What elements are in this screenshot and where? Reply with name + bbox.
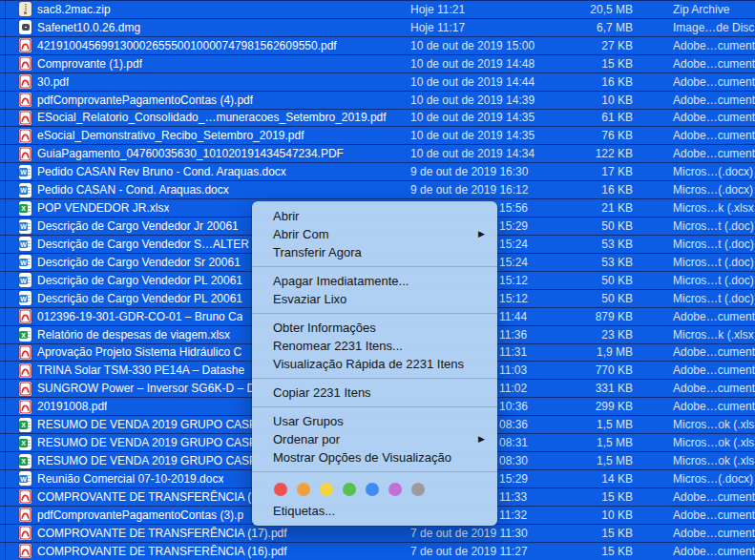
menu-item-label: Renomear 2231 Itens... [273, 339, 403, 353]
app-badge-icon: W [19, 168, 28, 176]
file-date: Hoje 11:17 [410, 21, 541, 34]
file-date: 10 de out de 2019 14:35 [410, 111, 541, 124]
file-name-cell: 4219100456991300026555001000074798156260… [0, 38, 410, 52]
file-name: 012396-19-301-GDR-CO-01 – Bruno Ca [37, 310, 242, 323]
menu-item-apagar-imediatamente[interactable]: Apagar Imediatamente... [252, 272, 497, 290]
menu-item-usar-grupos[interactable]: Usar Grupos [252, 412, 497, 430]
file-name: GuiaPagamento_04760035630_10102019143454… [37, 147, 344, 160]
file-name: Pedido CASAN Rev Bruno - Cond. Araquas.d… [37, 165, 286, 178]
tag-blue-dot[interactable] [366, 483, 379, 496]
file-size: 20,5 MB [541, 3, 633, 16]
pdf-file-icon [19, 382, 31, 396]
tag-color-row [252, 477, 497, 502]
menu-item-abrir[interactable]: Abrir [252, 207, 497, 225]
file-size: 6,7 MB [541, 21, 633, 34]
app-badge-icon: X [19, 457, 28, 466]
file-size: 1,5 MB [541, 418, 633, 431]
menu-item-visualiza-o-r-pida-de-2231-itens[interactable]: Visualização Rápida de 2231 Itens [252, 355, 497, 373]
app-badge-icon: W [19, 240, 28, 249]
tag-orange-dot[interactable] [297, 483, 310, 496]
file-kind: Zip Archive [633, 3, 755, 16]
file-size: 16 KB [541, 183, 633, 197]
table-row[interactable]: 4219100456991300026555001000074798156260… [0, 36, 755, 54]
document-lines-icon [28, 223, 31, 231]
table-row[interactable]: COMPROVANTE DE TRANSFERÊNCIA (16).pdf7 d… [0, 542, 755, 560]
file-size: 15 KB [541, 57, 633, 71]
menu-item-abrir-com[interactable]: Abrir Com▶ [252, 225, 497, 243]
tag-green-dot[interactable] [343, 483, 356, 496]
table-row[interactable]: COMPROVANTE DE TRANSFERÊNCIA (17).pdf7 d… [0, 524, 755, 542]
pdf-file-icon [19, 309, 31, 323]
file-name-cell: eSocial_Demonstrativo_Recibo_Setembro_20… [0, 129, 410, 143]
file-date: 10 de out de 2019 14:44 [410, 75, 541, 89]
table-row[interactable]: WPedido CASAN - Cond. Araquas.docx9 de o… [0, 180, 755, 198]
file-kind: Adobe…cument [633, 57, 755, 71]
document-lines-icon [28, 240, 31, 248]
menu-item-copiar-2231-itens[interactable]: Copiar 2231 Itens [252, 384, 497, 402]
app-badge-icon: X [19, 204, 28, 213]
menu-item-etiquetas[interactable]: Etiquetas... [252, 502, 497, 520]
menu-item-transferir-agora[interactable]: Transferir Agora [252, 243, 497, 261]
document-lines-icon [28, 169, 31, 176]
tag-red-dot[interactable] [274, 483, 287, 496]
file-size: 53 KB [541, 238, 633, 251]
tag-yellow-dot[interactable] [320, 483, 333, 496]
table-row[interactable]: Safenet10.0.26.dmgHoje 11:176,7 MBImage…… [0, 18, 755, 36]
file-size: 879 KB [541, 310, 633, 323]
pdf-file-icon [19, 508, 31, 522]
menu-item-mostrar-op-es-de-visualiza-o[interactable]: Mostrar Opções de Visualização [252, 448, 497, 467]
file-size: 10 KB [541, 508, 633, 522]
file-name: RESUMO DE VENDA 2019 GRUPO CASP [37, 436, 257, 449]
table-row[interactable]: Comprovante (1).pdf10 de out de 2019 14:… [0, 54, 755, 73]
table-row[interactable]: WPedido CASAN Rev Bruno - Cond. Araquas.… [0, 162, 755, 180]
excel-file-icon: X [19, 418, 31, 432]
menu-item-label: Mostrar Opções de Visualização [273, 450, 451, 465]
app-badge-icon: W [19, 277, 28, 285]
file-date: 9 de out de 2019 16:30 [410, 165, 541, 178]
pdf-file-icon [19, 56, 31, 71]
tag-purple-dot[interactable] [388, 483, 402, 496]
file-name: COMPROVANTE DE TRANSFERÊNCIA (1 [37, 490, 258, 504]
menu-item-obter-informa-es[interactable]: Obter Informações [252, 319, 497, 337]
pdf-file-icon [19, 38, 31, 52]
table-row[interactable]: eSocial_Demonstrativo_Recibo_Setembro_20… [0, 126, 755, 144]
table-row[interactable]: ESocial_Relatorio_Consolidado_…muneracoe… [0, 109, 755, 127]
menu-item-ordenar-por[interactable]: Ordenar por▶ [252, 430, 497, 448]
app-badge-icon: X [19, 331, 28, 340]
disk-icon [22, 24, 30, 31]
file-size: 76 KB [541, 129, 633, 142]
file-size: 16 KB [541, 75, 633, 89]
table-row[interactable]: 30.pdf10 de out de 2019 14:4416 KBAdobe…… [0, 73, 755, 91]
document-lines-icon [28, 277, 31, 284]
table-row[interactable]: sac8.2mac.zipHoje 11:2120,5 MBZip Archiv… [0, 0, 755, 18]
menu-item-label: Ordenar por [273, 432, 340, 446]
file-name: Descrição de Cargo Vendedor Jr 20061 [37, 219, 239, 233]
menu-item-label: Copiar 2231 Itens [273, 385, 371, 400]
file-kind: Adobe…cument [633, 527, 755, 540]
file-size: 14 KB [541, 472, 633, 486]
menu-item-renomear-2231-itens[interactable]: Renomear 2231 Itens... [252, 337, 497, 355]
table-row[interactable]: GuiaPagamento_04760035630_10102019143454… [0, 144, 755, 162]
pdf-file-icon [19, 345, 31, 360]
menu-item-label: Etiquetas... [273, 504, 335, 518]
file-date: 10 de out de 2019 14:35 [410, 129, 541, 142]
file-name-cell: WPedido CASAN Rev Bruno - Cond. Araquas.… [0, 165, 410, 179]
file-kind: Adobe…cument [633, 545, 755, 558]
pdf-file-icon [19, 526, 31, 540]
menu-item-label: Apagar Imediatamente... [273, 274, 409, 288]
file-name: RESUMO DE VENDA 2019 GRUPO CASP [37, 454, 257, 467]
file-date: 10 de out de 2019 14:48 [410, 57, 541, 71]
file-date: 7 de out de 2019 11:30 [410, 527, 541, 540]
disk-image-file-icon [19, 20, 31, 34]
tag-gray-dot[interactable] [411, 483, 425, 496]
file-name: Pedido CASAN - Cond. Araquas.docx [37, 183, 229, 197]
table-row[interactable]: pdfComprovantePagamentoContas (4).pdf10 … [0, 91, 755, 109]
file-size: 1,9 MB [541, 345, 633, 359]
file-name: COMPROVANTE DE TRANSFERÊNCIA (17).pdf [37, 527, 287, 540]
file-date: Hoje 11:21 [410, 3, 541, 16]
finder-list-view: { "colors": { "selection_blue": "#0d5ce4… [0, 0, 755, 560]
menu-item-esvaziar-lixo[interactable]: Esvaziar Lixo [252, 290, 497, 308]
file-size: 21 KB [541, 201, 633, 215]
file-name: Descrição de Cargo Vendedor PL 20061 [37, 292, 242, 305]
word-file-icon: W [19, 255, 31, 269]
